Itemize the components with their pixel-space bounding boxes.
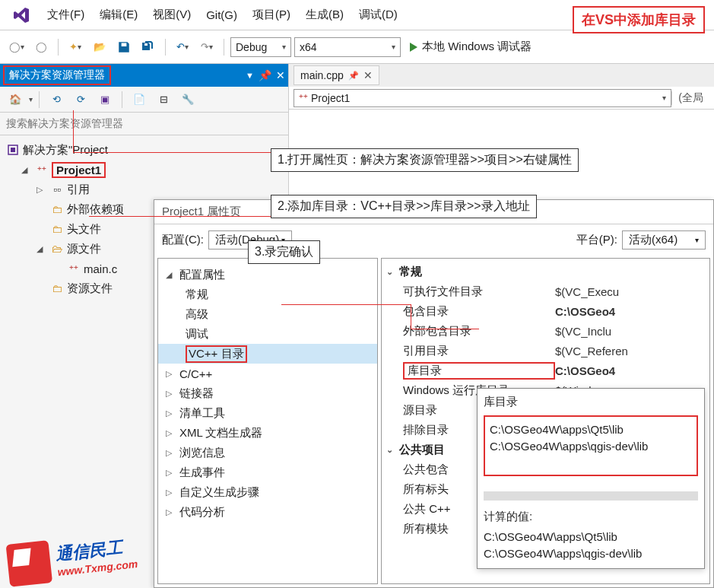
external-label: 外部依赖项 (67, 202, 124, 217)
svg-rect-1 (11, 148, 15, 152)
platform-dropdown[interactable]: 活动(x64)▾ (622, 230, 706, 250)
scope-dropdown[interactable]: ⁺⁺ Project1 ▾ (294, 89, 671, 107)
connector-line (411, 329, 479, 329)
toolbar-separator (58, 39, 59, 56)
solution-explorer-toolbar: 🏠 ▾ ⟲ ⟳ ▣ 📄 ⊟ 🔧 (0, 87, 288, 113)
expand-icon[interactable]: ◢ (21, 165, 32, 175)
menu-build[interactable]: 生成(B) (298, 3, 351, 27)
close-icon[interactable]: ✕ (276, 69, 285, 81)
tree-label: VC++ 目录 (186, 345, 247, 363)
headers-label: 头文件 (67, 222, 101, 237)
dropdown-icon[interactable]: ▼ (246, 71, 254, 80)
tree-linker[interactable]: ▷链接器 (158, 383, 377, 403)
pin-icon[interactable]: 📌 (348, 71, 359, 81)
filter-button[interactable]: ▣ (94, 89, 116, 110)
refresh-button[interactable]: ⟳ (70, 89, 91, 110)
folder-icon: 🗀 (50, 202, 64, 216)
tree-build-events[interactable]: ▷生成事件 (158, 462, 377, 482)
grid-row-ref-dirs[interactable]: 引用目录$(VC_Referen (382, 341, 709, 361)
solution-explorer-header: 解决方案资源管理器 ▼ 📌 ✕ (0, 64, 288, 87)
tree-custom-build[interactable]: ▷自定义生成步骤 (158, 482, 377, 502)
prop-name: 库目录 (403, 362, 555, 380)
library-paths-editor[interactable]: C:\OSGeo4W\apps\Qt5\lib C:\OSGeo4W\apps\… (484, 415, 698, 476)
popup-title: 库目录 (484, 395, 698, 409)
resources-label: 资源文件 (67, 281, 113, 296)
tree-vc-dirs[interactable]: VC++ 目录 (158, 344, 377, 364)
new-item-button[interactable]: ✦▾ (65, 37, 86, 58)
tree-config-props[interactable]: ◢配置属性 (158, 265, 377, 284)
config-value: Debug (236, 41, 267, 53)
grid-row-lib-dirs[interactable]: 库目录C:\OSGeo4 (382, 361, 709, 380)
open-button[interactable]: 📂 (89, 37, 110, 58)
tree-label: 代码分析 (179, 505, 225, 520)
scrollbar[interactable] (484, 491, 698, 501)
pin-icon[interactable]: 📌 (259, 69, 271, 81)
project-node[interactable]: ◢ ⁺⁺ Project1 (0, 160, 288, 180)
connector-line (281, 304, 411, 305)
tree-xml[interactable]: ▷XML 文档生成器 (158, 423, 377, 443)
tree-advanced[interactable]: 高级 (158, 304, 377, 324)
scope-global[interactable]: (全局 (671, 91, 709, 105)
menu-file[interactable]: 文件(F) (40, 3, 92, 27)
editor-tab-main[interactable]: main.cpp 📌 ✕ (294, 65, 379, 85)
save-button[interactable] (113, 37, 135, 58)
tree-debug[interactable]: 调试 (158, 324, 377, 344)
config-dropdown[interactable]: Debug▾ (230, 37, 291, 57)
grid-row-include-dirs[interactable]: 包含目录C:\OSGeo4 (382, 301, 709, 321)
redo-button[interactable]: ↷▾ (196, 37, 217, 58)
path-entry[interactable]: C:\OSGeo4W\apps\Qt5\lib (490, 421, 692, 438)
tree-label: 生成事件 (179, 466, 225, 480)
toolbar: ◯▾ ◯ ✦▾ 📂 ↶▾ ↷▾ Debug▾ x64▾ 本地 Windows 调… (0, 30, 714, 64)
annotation-step1: 1.打开属性页：解决方案资源管理器>>项目>>右键属性 (271, 148, 579, 172)
tree-browse[interactable]: ▷浏览信息 (158, 443, 377, 462)
tree-label: 浏览信息 (179, 446, 225, 460)
tree-general[interactable]: 常规 (158, 284, 377, 304)
editor-nav-bar: ⁺⁺ Project1 ▾ (全局 (289, 87, 714, 110)
sources-label: 源文件 (67, 242, 101, 256)
grid-row-ext-include[interactable]: 外部包含目录$(VC_Inclu (382, 321, 709, 341)
calculated-paths: C:\OSGeo4W\apps\Qt5\lib C:\OSGeo4W\apps\… (484, 529, 698, 562)
menu-project[interactable]: 项目(P) (245, 3, 298, 27)
expand-icon[interactable]: ▷ (36, 185, 47, 195)
properties-button[interactable]: 🔧 (177, 89, 198, 110)
platform-dropdown[interactable]: x64▾ (294, 37, 401, 57)
menu-git[interactable]: Git(G) (198, 4, 245, 26)
main-area: 解决方案资源管理器 ▼ 📌 ✕ 🏠 ▾ ⟲ ⟳ ▣ 📄 ⊟ 🔧 搜索解决方案资源… (0, 64, 714, 588)
library-dirs-popup: 库目录 C:\OSGeo4W\apps\Qt5\lib C:\OSGeo4W\a… (477, 388, 705, 569)
menu-debug[interactable]: 调试(D) (351, 3, 405, 27)
menu-view[interactable]: 视图(V) (145, 3, 198, 27)
tree-code-analysis[interactable]: ▷代码分析 (158, 502, 377, 522)
expand-icon[interactable]: ◢ (36, 244, 47, 254)
nav-fwd-button[interactable]: ◯ (30, 37, 52, 58)
references-icon: ▫▫ (50, 183, 64, 196)
tree-label: C/C++ (179, 367, 212, 380)
annotation-title: 在VS中添加库目录 (573, 6, 705, 33)
menu-edit[interactable]: 编辑(E) (92, 3, 145, 27)
show-all-button[interactable]: 📄 (129, 89, 150, 110)
annotation-step2: 2.添加库目录：VC++目录>>库目录>>录入地址 (271, 195, 537, 218)
start-debug-button[interactable]: 本地 Windows 调试器 (404, 37, 538, 58)
prop-name: 包含目录 (403, 304, 555, 319)
references-node[interactable]: ▷ ▫▫ 引用 (0, 180, 288, 199)
grid-section-general[interactable]: ⌄常规 (382, 262, 709, 281)
close-icon[interactable]: ✕ (363, 69, 373, 81)
platform-label: 平台(P): (576, 233, 617, 247)
sync-button[interactable]: ⟲ (46, 89, 67, 110)
solution-explorer-title: 解决方案资源管理器 (3, 65, 111, 85)
path-entry[interactable]: C:\OSGeo4W\apps\qgis-dev\lib (490, 438, 692, 455)
tree-manifest[interactable]: ▷清单工具 (158, 403, 377, 423)
tree-ccpp[interactable]: ▷C/C++ (158, 364, 377, 383)
undo-button[interactable]: ↶▾ (172, 37, 193, 58)
nav-back-button[interactable]: ◯▾ (6, 37, 27, 58)
folder-icon: 🗀 (50, 281, 64, 295)
home-button[interactable]: 🏠 (5, 89, 26, 110)
references-label: 引用 (67, 183, 90, 197)
grid-row-exe-dirs[interactable]: 可执行文件目录$(VC_Execu (382, 281, 709, 301)
save-all-button[interactable] (138, 37, 159, 58)
collapse-button[interactable]: ⊟ (153, 89, 174, 110)
tree-label: 清单工具 (179, 406, 225, 421)
annotation-step3: 3.录完确认 (248, 240, 320, 264)
solution-search-input[interactable]: 搜索解决方案资源管理器 (0, 113, 288, 135)
prop-value: $(VC_Referen (555, 345, 628, 358)
solution-node[interactable]: 解决方案"Project (0, 140, 288, 160)
